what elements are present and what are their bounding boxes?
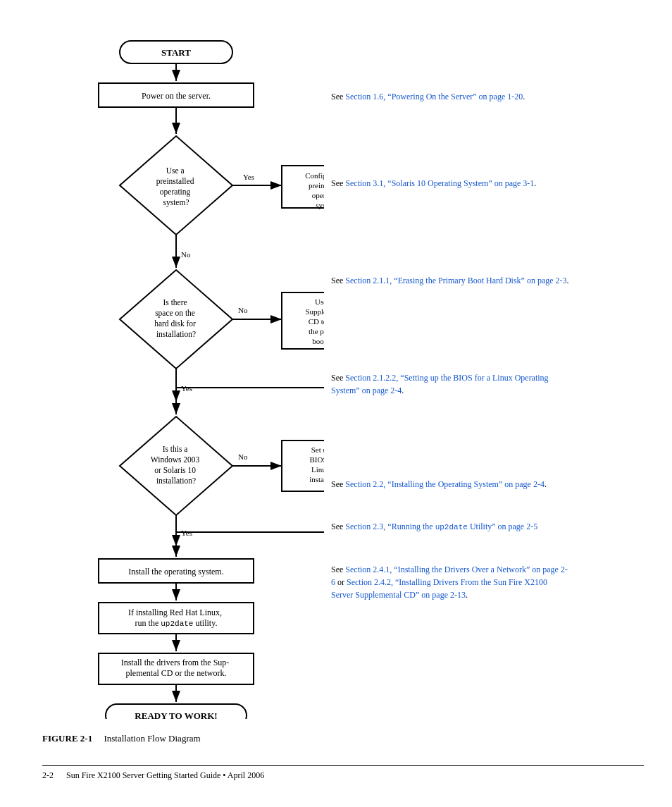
figure-caption: FIGURE 2-1 Installation Flow Diagram (42, 733, 201, 744)
ann2-link[interactable]: Section 3.1, “Solaris 10 Operating Syste… (345, 178, 534, 188)
figure-title (94, 733, 101, 744)
figure-title-text: Installation Flow Diagram (104, 733, 200, 744)
ann7-text: See Section 2.4.1, “Installing the Drive… (331, 563, 571, 601)
annotation-1: See Section 1.6, “Powering On the Server… (331, 90, 644, 103)
ready-label: READY TO WORK! (135, 710, 217, 719)
ann1-text: See Section 1.6, “Powering On the Server… (331, 90, 571, 103)
ann2-text: See Section 3.1, “Solaris 10 Operating S… (331, 177, 571, 190)
annotations: See Section 1.6, “Powering On the Server… (324, 28, 644, 722)
ann1-see: See (331, 92, 343, 101)
no-label-1: No (181, 250, 191, 259)
footer-title: Sun Fire X2100 Server Getting Started Gu… (66, 770, 264, 780)
no-label-2: No (238, 306, 248, 314)
annotation-4: See Section 2.1.2.2, “Setting up the BIO… (331, 371, 644, 397)
page-content: START Power on the server. Use a preinst… (42, 21, 644, 781)
ann7-see: See (331, 565, 343, 574)
svg-marker-5 (120, 136, 232, 235)
ann6-text: See Section 2.3, “Running the up2date Ut… (331, 520, 571, 534)
start-label: START (161, 47, 191, 58)
ann7-link2[interactable]: Section 2.4.2, “Installing Drivers From … (331, 577, 547, 600)
annotation-7: See Section 2.4.1, “Installing the Drive… (331, 563, 644, 601)
ann7-middle: or (337, 577, 347, 587)
yes-label-2: Yes (181, 384, 192, 393)
ann4-link[interactable]: Section 2.1.2.2, “Setting up the BIOS fo… (331, 373, 549, 395)
annotation-6: See Section 2.3, “Running the up2date Ut… (331, 520, 644, 534)
figure-label: FIGURE 2-1 (42, 733, 92, 744)
ann6-see: See (331, 522, 343, 531)
annotation-5: See Section 2.2, “Installing the Operati… (331, 478, 644, 491)
flowchart: START Power on the server. Use a preinst… (42, 28, 324, 722)
ann3-see: See (331, 276, 343, 285)
yes-label-1: Yes (243, 173, 254, 181)
diagram-area: START Power on the server. Use a preinst… (42, 28, 644, 722)
power-on-label: Power on the server. (142, 91, 211, 101)
footer-spacer (56, 770, 64, 780)
ann3-link[interactable]: Section 2.1.1, “Erasing the Primary Boot… (345, 276, 566, 285)
page-footer: 2-2 Sun Fire X2100 Server Getting Starte… (42, 765, 644, 781)
svg-text:Install the drivers from the S: Install the drivers from the Sup- plemen… (121, 658, 232, 678)
ann4-see: See (331, 373, 343, 383)
annotation-2: See Section 3.1, “Solaris 10 Operating S… (331, 177, 644, 190)
ann1-link[interactable]: Section 1.6, “Powering On the Server” on… (345, 92, 523, 101)
ann6-link[interactable]: Section 2.3, “Running the up2date Utilit… (345, 522, 537, 531)
ann3-text: See Section 2.1.1, “Erasing the Primary … (331, 274, 571, 287)
install-os-label: Install the operating system. (128, 567, 223, 577)
ann4-text: See Section 2.1.2.2, “Setting up the BIO… (331, 371, 571, 397)
ann5-see: See (331, 479, 343, 489)
yes-label-3: Yes (181, 529, 192, 537)
ann5-link[interactable]: Section 2.2, “Installing the Operating S… (345, 479, 545, 489)
footer-page-ref: 2-2 (42, 770, 54, 780)
ann5-text: See Section 2.2, “Installing the Operati… (331, 478, 571, 491)
no-label-3: No (238, 452, 248, 461)
annotation-3: See Section 2.1.1, “Erasing the Primary … (331, 274, 644, 287)
ann2-see: See (331, 178, 343, 188)
